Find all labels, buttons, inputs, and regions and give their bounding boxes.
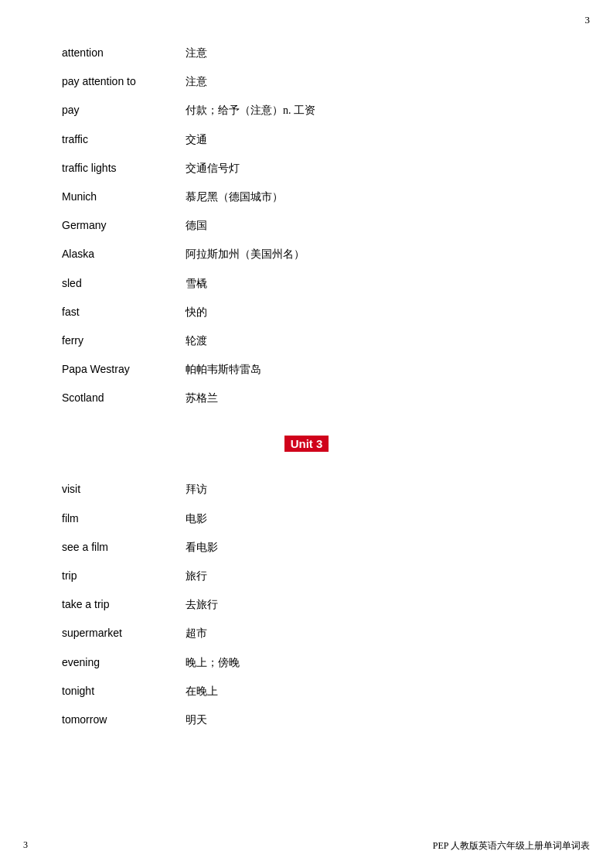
english-term: Germany <box>62 216 186 235</box>
english-term: Alaska <box>62 244 186 264</box>
chinese-translation: 旅行 <box>186 566 551 586</box>
list-item: pay attention to注意 <box>62 67 551 96</box>
english-term: ferry <box>62 331 186 350</box>
list-item: fast快的 <box>62 298 551 326</box>
list-item: Germany德国 <box>62 211 551 240</box>
vocab-list-top: attention注意pay attention to注意pay付款；给予（注意… <box>62 39 551 412</box>
english-term: visit <box>62 480 186 499</box>
english-term: trip <box>62 566 186 586</box>
list-item: tomorrow明天 <box>62 706 551 734</box>
footer: 3 PEP 人教版英语六年级上册单词单词表 <box>0 839 613 853</box>
chinese-translation: 看电影 <box>186 538 551 557</box>
list-item: attention注意 <box>62 39 551 67</box>
main-content: attention注意pay attention to注意pay付款；给予（注意… <box>0 0 613 781</box>
english-term: tomorrow <box>62 710 186 730</box>
list-item: trip旅行 <box>62 562 551 590</box>
english-term: pay <box>62 101 186 120</box>
list-item: Scotland苏格兰 <box>62 384 551 412</box>
chinese-translation: 慕尼黑（德国城市） <box>186 187 551 207</box>
english-term: evening <box>62 653 186 672</box>
english-term: film <box>62 509 186 528</box>
list-item: film电影 <box>62 504 551 533</box>
chinese-translation: 超市 <box>186 624 551 643</box>
vocab-list-unit3: visit拜访film电影see a film看电影trip旅行take a t… <box>62 475 551 734</box>
chinese-translation: 帕帕韦斯特雷岛 <box>186 360 551 379</box>
list-item: supermarket超市 <box>62 619 551 648</box>
english-term: take a trip <box>62 595 186 614</box>
english-term: see a film <box>62 538 186 557</box>
english-term: Papa Westray <box>62 360 186 379</box>
english-term: traffic lights <box>62 159 186 178</box>
english-term: tonight <box>62 682 186 701</box>
list-item: see a film看电影 <box>62 533 551 562</box>
list-item: traffic交通 <box>62 125 551 154</box>
list-item: tonight在晚上 <box>62 677 551 706</box>
chinese-translation: 晚上；傍晚 <box>186 653 551 672</box>
list-item: Alaska阿拉斯加州（美国州名） <box>62 240 551 268</box>
english-term: Munich <box>62 187 186 207</box>
list-item: traffic lights交通信号灯 <box>62 154 551 183</box>
unit3-heading: Unit 3 <box>62 436 551 452</box>
english-term: attention <box>62 43 186 63</box>
chinese-translation: 德国 <box>186 216 551 235</box>
chinese-translation: 付款；给予（注意）n. 工资 <box>186 101 551 120</box>
chinese-translation: 明天 <box>186 710 551 730</box>
footer-text: PEP 人教版英语六年级上册单词单词表 <box>433 839 590 853</box>
chinese-translation: 雪橇 <box>186 274 551 293</box>
page-number-top: 3 <box>585 14 591 26</box>
chinese-translation: 电影 <box>186 509 551 528</box>
chinese-translation: 注意 <box>186 43 551 63</box>
chinese-translation: 去旅行 <box>186 595 551 614</box>
english-term: sled <box>62 274 186 293</box>
chinese-translation: 阿拉斯加州（美国州名） <box>186 244 551 264</box>
chinese-translation: 拜访 <box>186 480 551 499</box>
chinese-translation: 注意 <box>186 72 551 91</box>
english-term: fast <box>62 302 186 322</box>
english-term: pay attention to <box>62 72 186 91</box>
chinese-translation: 轮渡 <box>186 331 551 350</box>
list-item: pay付款；给予（注意）n. 工资 <box>62 96 551 125</box>
list-item: take a trip去旅行 <box>62 590 551 619</box>
english-term: Scotland <box>62 388 186 408</box>
list-item: visit拜访 <box>62 475 551 504</box>
list-item: ferry轮渡 <box>62 326 551 355</box>
chinese-translation: 苏格兰 <box>186 388 551 408</box>
unit3-badge: Unit 3 <box>284 436 329 452</box>
footer-page-number: 3 <box>23 839 28 853</box>
english-term: traffic <box>62 130 186 149</box>
chinese-translation: 快的 <box>186 302 551 322</box>
chinese-translation: 交通 <box>186 130 551 149</box>
english-term: supermarket <box>62 624 186 643</box>
list-item: sled雪橇 <box>62 269 551 298</box>
list-item: Munich慕尼黑（德国城市） <box>62 183 551 211</box>
chinese-translation: 在晚上 <box>186 682 551 701</box>
list-item: evening晚上；傍晚 <box>62 648 551 677</box>
list-item: Papa Westray帕帕韦斯特雷岛 <box>62 355 551 384</box>
chinese-translation: 交通信号灯 <box>186 159 551 178</box>
